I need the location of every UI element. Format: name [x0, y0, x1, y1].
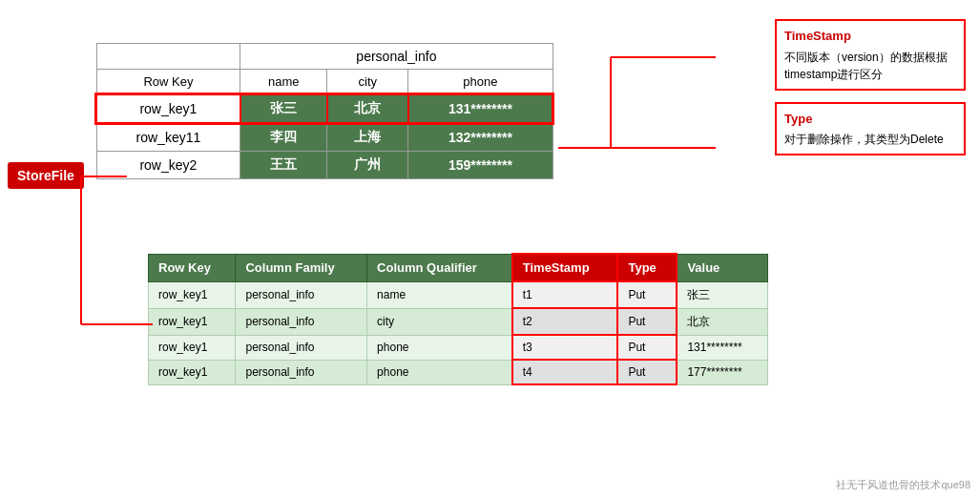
bottom-cell: personal_info [236, 360, 367, 384]
type-annotation: Type 对于删除操作，其类型为Delete [775, 102, 966, 156]
bottom-col-header: Column Qualifier [367, 254, 512, 281]
bottom-cell: 177******** [677, 360, 767, 384]
top-table-row: row_key2王五广州159******** [96, 152, 553, 179]
bottom-cell: t1 [512, 281, 618, 308]
column-family-header: personal_info [240, 44, 553, 70]
bottom-cell: personal_info [236, 281, 367, 308]
top-city-val: 北京 [327, 94, 408, 123]
type-title: Type [784, 110, 956, 129]
bottom-cell: personal_info [236, 335, 367, 360]
top-name-val: 张三 [240, 94, 327, 123]
top-row-key: row_key2 [96, 152, 240, 179]
annotation-area: TimeStamp 不同版本（version）的数据根据timestamp进行区… [775, 19, 966, 167]
bottom-table-area: Row KeyColumn FamilyColumn QualifierTime… [148, 253, 768, 385]
type-text: 对于删除操作，其类型为Delete [784, 131, 956, 148]
top-table-row: row_key1张三北京131******** [96, 94, 553, 123]
bottom-cell: phone [367, 335, 512, 360]
watermark: 社无千风道也骨的技术que98 [836, 478, 970, 492]
top-row-key: row_key11 [96, 123, 240, 152]
top-name-val: 王五 [240, 152, 327, 179]
top-rowkey-header: Row Key [96, 70, 240, 95]
bottom-table: Row KeyColumn FamilyColumn QualifierTime… [148, 253, 768, 385]
top-table: personal_info Row Key name city phone ro… [95, 43, 553, 179]
top-phone-header: phone [408, 70, 553, 95]
bottom-cell: 131******** [677, 335, 767, 360]
timestamp-text: 不同版本（version）的数据根据timestamp进行区分 [784, 49, 956, 83]
bottom-col-header: Column Family [236, 254, 367, 281]
storefile-label: StoreFile [8, 162, 84, 189]
top-empty-header [96, 44, 240, 70]
bottom-cell: phone [367, 360, 512, 384]
top-city-val: 上海 [327, 123, 408, 152]
bottom-cell: Put [617, 335, 677, 360]
bottom-cell: t4 [512, 360, 618, 384]
bottom-header: Row KeyColumn FamilyColumn QualifierTime… [149, 254, 768, 281]
main-container: StoreFile TimeStamp 不同版本（version）的数据根据ti… [0, 0, 980, 497]
bottom-cell: personal_info [236, 308, 367, 335]
bottom-cell: row_key1 [149, 308, 236, 335]
bottom-col-header: Value [677, 254, 767, 281]
bottom-cell: 张三 [677, 281, 767, 308]
bottom-col-header: TimeStamp [512, 254, 618, 281]
bottom-cell: row_key1 [149, 335, 236, 360]
bottom-cell: Put [617, 281, 677, 308]
bottom-table-row: row_key1personal_infophonet4Put177******… [149, 360, 768, 384]
bottom-col-header: Row Key [149, 254, 236, 281]
bottom-cell: 北京 [677, 308, 767, 335]
bottom-cell: row_key1 [149, 281, 236, 308]
bottom-cell: Put [617, 360, 677, 384]
timestamp-title: TimeStamp [784, 27, 956, 46]
bottom-table-row: row_key1personal_infophonet3Put131******… [149, 335, 768, 360]
top-name-val: 李四 [240, 123, 327, 152]
top-phone-val: 159******** [408, 152, 553, 179]
bottom-cell: t3 [512, 335, 618, 360]
timestamp-annotation: TimeStamp 不同版本（version）的数据根据timestamp进行区… [775, 19, 966, 91]
top-city-val: 广州 [327, 152, 408, 179]
top-city-header: city [327, 70, 408, 95]
top-row-key: row_key1 [96, 94, 240, 123]
bottom-table-row: row_key1personal_infocityt2Put北京 [149, 308, 768, 335]
bottom-col-header: Type [617, 254, 677, 281]
bottom-cell: Put [617, 308, 677, 335]
bottom-cell: city [367, 308, 512, 335]
top-table-row: row_key11李四上海132******** [96, 123, 553, 152]
top-phone-val: 132******** [408, 123, 553, 152]
top-name-header: name [240, 70, 327, 95]
bottom-table-row: row_key1personal_infonamet1Put张三 [149, 281, 768, 308]
top-table-area: personal_info Row Key name city phone ro… [95, 43, 553, 179]
bottom-cell: name [367, 281, 512, 308]
top-phone-val: 131******** [408, 94, 553, 123]
bottom-cell: row_key1 [149, 360, 236, 384]
bottom-cell: t2 [512, 308, 618, 335]
